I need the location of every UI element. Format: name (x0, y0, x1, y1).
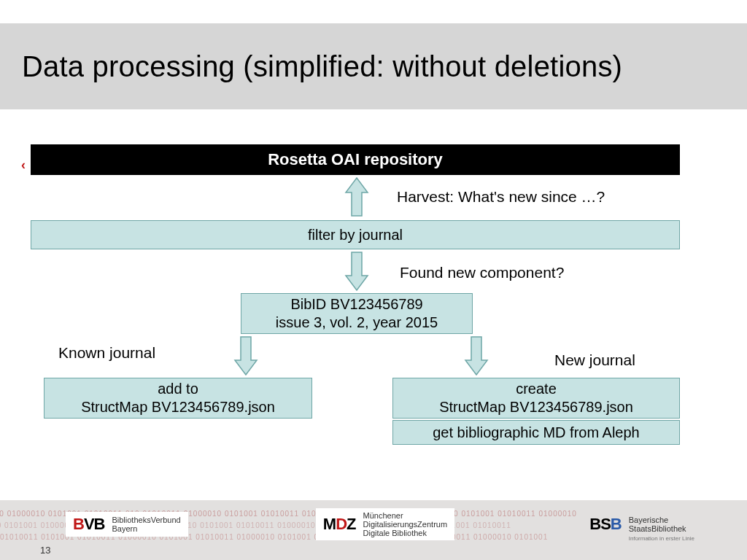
node-bibid-l2: issue 3, vol. 2, year 2015 (276, 314, 438, 332)
title-bar: Data processing (simplified: without del… (0, 23, 747, 109)
node-add: add to StructMap BV123456789.json (44, 378, 312, 419)
node-add-l1: add to (158, 380, 198, 398)
label-new: New journal (554, 351, 635, 369)
node-rosetta: Rosetta OAI repository (31, 144, 680, 175)
logo-mdz: MDZ Münchener DigitalisierungsZentrum Di… (316, 508, 454, 540)
arrow-down-right-icon (464, 335, 489, 376)
flowchart: Rosetta OAI repository Harvest: What's n… (0, 139, 747, 489)
logo-bvb-sub: BibliotheksVerbund Bayern (112, 516, 180, 533)
node-create-l2: StructMap BV123456789.json (439, 398, 633, 416)
arrow-down-left-icon (233, 335, 258, 376)
logo-bsb: BSB Bayerische StaatsBibliothek Informat… (582, 503, 702, 545)
logo-mdz-mark: MDZ (323, 515, 356, 534)
label-harvest: Harvest: What's new since …? (397, 188, 605, 206)
page-number: 13 (40, 545, 50, 556)
logo-bsb-mark: BSB (589, 515, 621, 534)
node-filter: filter by journal (31, 220, 680, 249)
node-bibid: BibID BV123456789 issue 3, vol. 2, year … (241, 293, 473, 334)
node-rosetta-label: Rosetta OAI repository (268, 149, 443, 170)
node-aleph-label: get bibliographic MD from Aleph (433, 424, 639, 442)
logo-bsb-sub: Bayerische StaatsBibliothek Information … (629, 506, 694, 542)
slide: Data processing (simplified: without del… (0, 0, 747, 560)
logo-bvb-mark: BVB (73, 515, 104, 534)
footer-logos: BVB BibliotheksVerbund Bayern MDZ Münche… (0, 506, 747, 542)
node-add-l2: StructMap BV123456789.json (81, 398, 275, 416)
logo-bvb: BVB BibliotheksVerbund Bayern (66, 512, 188, 537)
footer: 0100010 01000010 0101001 01010011 010 01… (0, 500, 747, 560)
node-bibid-l1: BibID BV123456789 (290, 295, 422, 314)
label-known: Known journal (58, 344, 155, 362)
node-create-l1: create (516, 380, 557, 398)
arrow-down-icon (344, 251, 369, 292)
node-create: create StructMap BV123456789.json (392, 378, 680, 419)
slide-title: Data processing (simplified: without del… (22, 50, 622, 83)
label-found: Found new component? (400, 264, 564, 281)
logo-mdz-sub: Münchener DigitalisierungsZentrum Digita… (363, 511, 448, 537)
node-filter-label: filter by journal (308, 226, 403, 244)
arrow-up-icon (344, 176, 369, 217)
node-aleph: get bibliographic MD from Aleph (392, 420, 680, 445)
